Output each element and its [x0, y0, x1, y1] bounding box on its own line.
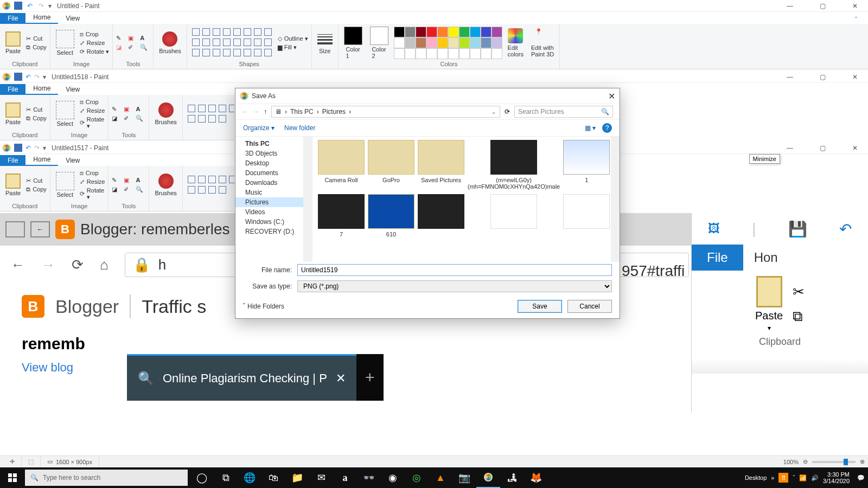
- file-item[interactable]: GoPro: [368, 140, 414, 190]
- cortana-icon[interactable]: ◯: [190, 467, 214, 488]
- network-icon[interactable]: 📶: [799, 474, 807, 481]
- tab-close-icon[interactable]: ✕: [336, 371, 346, 386]
- paste-button[interactable]: Paste: [3, 102, 23, 125]
- tree-scrollbar[interactable]: [304, 137, 312, 262]
- shape-outline-button[interactable]: ◇ Outline ▾: [278, 35, 308, 42]
- save-icon[interactable]: [14, 73, 22, 81]
- eraser-tool-icon[interactable]: ◪: [116, 44, 126, 51]
- palette-color[interactable]: [492, 27, 502, 37]
- nav-fwd-icon[interactable]: →: [253, 108, 259, 115]
- tab-file[interactable]: File: [0, 155, 25, 166]
- palette-color[interactable]: [481, 37, 492, 48]
- qat-dropdown-icon[interactable]: ▾: [48, 2, 52, 10]
- paint-icon[interactable]: [476, 467, 500, 488]
- amazon-icon[interactable]: a: [333, 467, 357, 488]
- file-item[interactable]: Saved Pictures: [418, 140, 464, 190]
- vlc-icon[interactable]: ▲: [429, 467, 452, 488]
- shapes-gallery[interactable]: [190, 27, 275, 59]
- back-icon[interactable]: ←: [30, 221, 50, 237]
- pencil-tool-icon[interactable]: ✎: [116, 35, 126, 42]
- photos-icon[interactable]: 🏞: [500, 467, 524, 488]
- copy-button[interactable]: ⧉ Copy: [26, 44, 47, 51]
- notifications-icon[interactable]: 💬: [857, 474, 865, 481]
- color-palette[interactable]: [394, 27, 502, 59]
- edge-icon[interactable]: 🌐: [238, 467, 261, 488]
- minimize-button[interactable]: —: [779, 2, 801, 10]
- tree-item[interactable]: RECOVERY (D:): [235, 227, 303, 236]
- select-button[interactable]: Select: [54, 30, 76, 56]
- camera-icon[interactable]: 📷: [452, 467, 476, 488]
- tray-overflow-icon[interactable]: »: [771, 474, 774, 481]
- new-folder-button[interactable]: New folder: [284, 124, 315, 132]
- tree-item[interactable]: Windows (C:): [235, 217, 303, 227]
- redo-icon[interactable]: ↷: [37, 2, 45, 10]
- tab-file-large[interactable]: File: [692, 245, 743, 271]
- undo-icon[interactable]: ↶: [25, 73, 31, 81]
- palette-color[interactable]: [394, 27, 405, 37]
- undo-icon[interactable]: ↶: [839, 220, 852, 238]
- fill-tool-icon[interactable]: ▣: [128, 35, 138, 42]
- palette-color[interactable]: [405, 37, 416, 48]
- undo-icon[interactable]: ↶: [25, 144, 31, 152]
- close-button[interactable]: ✕: [844, 2, 866, 10]
- minimize-button[interactable]: —: [779, 73, 801, 81]
- file-item[interactable]: 610: [368, 194, 414, 237]
- maximize-button[interactable]: ▢: [812, 144, 833, 152]
- file-item[interactable]: Camera Roll: [318, 140, 365, 190]
- save-icon[interactable]: [14, 2, 22, 10]
- palette-color[interactable]: [426, 27, 437, 37]
- rotate-button[interactable]: ⟳ Rotate ▾: [80, 116, 105, 130]
- close-button[interactable]: ✕: [844, 73, 866, 81]
- task-view-icon[interactable]: ⧉: [214, 467, 238, 488]
- resize-button[interactable]: ⤢ Resize: [80, 40, 109, 47]
- file-grid[interactable]: Camera RollGoProSaved Pictures(m=ewlLG0y…: [312, 137, 611, 262]
- maximize-button[interactable]: ▢: [812, 2, 833, 10]
- files-scrollbar[interactable]: [611, 137, 620, 262]
- paste-button[interactable]: Paste: [3, 31, 23, 54]
- paint3d-button[interactable]: 📍Edit with Paint 3D: [529, 28, 556, 57]
- file-item[interactable]: [418, 194, 464, 237]
- search-box[interactable]: Search Pictures 🔍: [514, 106, 613, 118]
- save-type-select[interactable]: PNG (*.png): [297, 280, 612, 292]
- palette-color[interactable]: [492, 37, 502, 48]
- close-button[interactable]: ✕: [844, 144, 866, 152]
- app-record-icon[interactable]: ◉: [381, 467, 405, 488]
- volume-icon[interactable]: 🔊: [811, 474, 819, 481]
- zoom-out-button[interactable]: ⊖: [803, 458, 808, 465]
- cut-button[interactable]: ✂ Cut: [26, 35, 47, 42]
- zoom-in-button[interactable]: ⊕: [860, 458, 865, 465]
- tab-home-partial[interactable]: Hon: [743, 245, 789, 271]
- tree-item[interactable]: Downloads: [235, 178, 303, 188]
- nav-back-icon[interactable]: ←: [242, 108, 248, 115]
- palette-color[interactable]: [470, 27, 481, 37]
- palette-color[interactable]: [437, 37, 448, 48]
- refresh-icon[interactable]: ⟳: [505, 108, 510, 115]
- tree-item[interactable]: 3D Objects: [235, 149, 303, 158]
- save-icon[interactable]: [14, 144, 22, 152]
- shape-fill-button[interactable]: ▆ Fill ▾: [278, 44, 308, 51]
- color2-button[interactable]: Color 2: [368, 27, 391, 59]
- minimize-button[interactable]: —: [779, 144, 801, 152]
- redo-icon[interactable]: ↷: [34, 144, 40, 152]
- nav-home-icon[interactable]: ⌂: [100, 256, 108, 273]
- file-item[interactable]: [563, 194, 610, 237]
- qat-dropdown-icon[interactable]: ▾: [43, 144, 46, 152]
- select-button[interactable]: Select: [54, 101, 76, 127]
- zoom-tool-icon[interactable]: 🔍: [140, 44, 150, 51]
- nav-fwd-icon[interactable]: →: [41, 256, 55, 273]
- edit-colors-button[interactable]: Edit colors: [506, 28, 526, 57]
- qat-dropdown-icon[interactable]: ▾: [43, 73, 46, 81]
- brushes-button[interactable]: Brushes: [157, 31, 183, 54]
- tray-app-icon[interactable]: ‼: [778, 473, 788, 483]
- color1-button[interactable]: Color 1: [342, 27, 365, 59]
- palette-color[interactable]: [459, 27, 470, 37]
- palette-color[interactable]: [481, 27, 492, 37]
- tab-home[interactable]: Home: [25, 83, 58, 95]
- palette-color[interactable]: [437, 27, 448, 37]
- firefox-icon[interactable]: 🦊: [524, 467, 548, 488]
- nav-back-icon[interactable]: ←: [11, 256, 25, 273]
- tab-view[interactable]: View: [58, 155, 87, 166]
- tree-item[interactable]: Music: [235, 188, 303, 197]
- cancel-button[interactable]: Cancel: [567, 300, 612, 313]
- palette-color[interactable]: [448, 27, 459, 37]
